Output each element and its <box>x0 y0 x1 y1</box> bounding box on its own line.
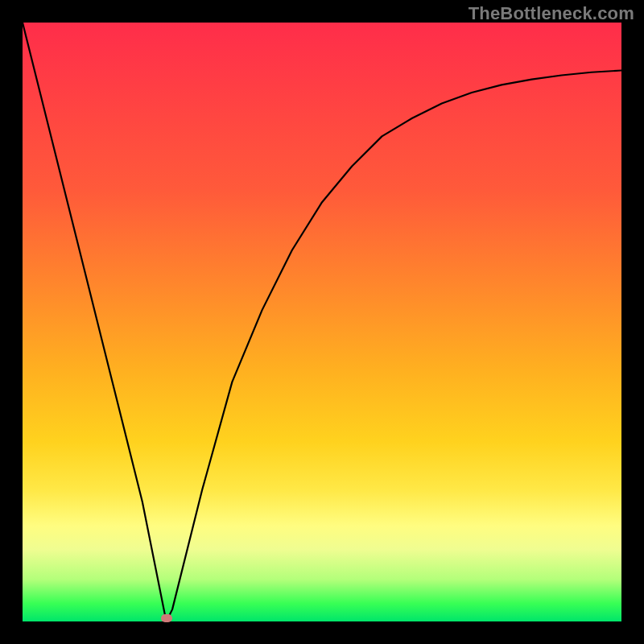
bottleneck-curve <box>23 23 621 621</box>
curve-path <box>23 23 621 621</box>
watermark-text: TheBottleneck.com <box>469 3 634 24</box>
chart-frame: TheBottleneck.com <box>0 0 644 644</box>
optimum-marker <box>161 614 172 622</box>
plot-area <box>23 23 621 621</box>
